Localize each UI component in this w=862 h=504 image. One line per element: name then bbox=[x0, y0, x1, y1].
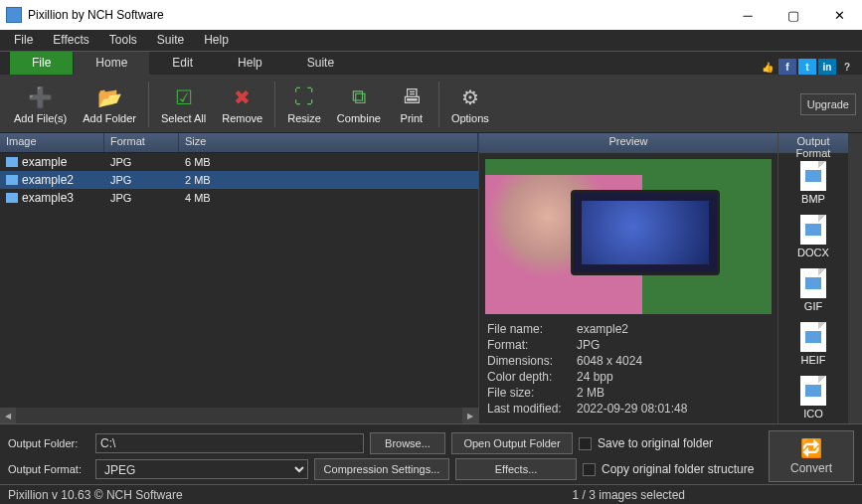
toolbar-print[interactable]: 🖶Print bbox=[389, 83, 434, 126]
col-size[interactable]: Size bbox=[179, 133, 478, 152]
file-list-panel: Image Format Size exampleJPG6 MBexample2… bbox=[0, 133, 478, 423]
upgrade-button[interactable]: Upgrade bbox=[800, 93, 856, 115]
formats-scrollbar[interactable] bbox=[848, 133, 862, 423]
status-bar: Pixillion v 10.63 © NCH Software 1 / 3 i… bbox=[0, 484, 862, 504]
add-file-s--icon: ➕ bbox=[28, 84, 54, 110]
formats-heading: Output Format bbox=[778, 133, 848, 153]
menu-bar: FileEffectsToolsSuiteHelp bbox=[0, 30, 862, 52]
twitter-icon[interactable]: t bbox=[798, 59, 816, 75]
toolbar-resize[interactable]: ⛶Resize bbox=[279, 83, 329, 126]
combine-icon: ⧉ bbox=[346, 84, 372, 110]
format-icon bbox=[800, 161, 826, 191]
menu-help[interactable]: Help bbox=[194, 30, 239, 51]
status-selection: 1 / 3 images selected bbox=[573, 488, 685, 502]
preview-panel: Preview File name:example2Format:JPGDime… bbox=[478, 133, 777, 423]
menu-file[interactable]: File bbox=[4, 30, 43, 51]
toolbar-options[interactable]: ⚙Options bbox=[443, 83, 497, 126]
main-area: Image Format Size exampleJPG6 MBexample2… bbox=[0, 133, 862, 423]
toolbar-add-folder[interactable]: 📂Add Folder bbox=[75, 83, 144, 126]
minimize-button[interactable]: ─ bbox=[725, 0, 771, 30]
format-icon bbox=[800, 215, 826, 245]
open-output-folder-button[interactable]: Open Output Folder bbox=[451, 432, 573, 454]
compression-settings-button[interactable]: Compression Settings... bbox=[314, 458, 449, 480]
copy-structure-checkbox[interactable]: Copy original folder structure bbox=[583, 462, 754, 476]
add-folder-icon: 📂 bbox=[96, 84, 122, 110]
formats-list[interactable]: BMPDOCXGIFHEIFICO bbox=[778, 153, 848, 423]
file-icon bbox=[6, 157, 18, 167]
close-button[interactable]: ✕ bbox=[816, 0, 862, 30]
help-icon[interactable]: ? bbox=[838, 59, 856, 75]
bottom-panel: Output Folder: Browse... Open Output Fol… bbox=[0, 423, 862, 484]
scroll-left-icon[interactable]: ◀ bbox=[0, 408, 16, 423]
preview-image bbox=[485, 159, 772, 314]
format-icon bbox=[800, 322, 826, 352]
preview-heading: Preview bbox=[479, 133, 777, 153]
file-row[interactable]: example2JPG2 MB bbox=[0, 171, 478, 189]
app-title: Pixillion by NCH Software bbox=[28, 8, 725, 22]
app-icon bbox=[6, 7, 22, 23]
file-icon bbox=[6, 175, 18, 185]
col-format[interactable]: Format bbox=[104, 133, 179, 152]
tab-edit[interactable]: Edit bbox=[150, 52, 215, 75]
output-format-select[interactable]: JPEG bbox=[95, 459, 308, 479]
horizontal-scrollbar[interactable]: ◀ ▶ bbox=[0, 408, 478, 423]
toolbar: ➕Add File(s)📂Add Folder☑Select All✖Remov… bbox=[0, 76, 862, 133]
meta-row: Color depth:24 bpp bbox=[487, 370, 770, 386]
facebook-icon[interactable]: f bbox=[778, 59, 796, 75]
status-version: Pixillion v 10.63 © NCH Software bbox=[8, 488, 183, 502]
format-heif[interactable]: HEIF bbox=[778, 318, 848, 372]
toolbar-remove[interactable]: ✖Remove bbox=[214, 83, 270, 126]
format-bmp[interactable]: BMP bbox=[778, 157, 848, 211]
format-gif[interactable]: GIF bbox=[778, 264, 848, 318]
menu-suite[interactable]: Suite bbox=[147, 30, 194, 51]
file-icon bbox=[6, 193, 18, 203]
remove-icon: ✖ bbox=[230, 84, 256, 110]
format-docx[interactable]: DOCX bbox=[778, 211, 848, 264]
save-original-checkbox[interactable]: Save to original folder bbox=[579, 436, 713, 450]
options-icon: ⚙ bbox=[457, 84, 483, 110]
tab-home[interactable]: Home bbox=[74, 52, 149, 75]
toolbar-select-all[interactable]: ☑Select All bbox=[153, 83, 214, 126]
toolbar-add-file-s-[interactable]: ➕Add File(s) bbox=[6, 83, 75, 126]
meta-row: Dimensions:6048 x 4024 bbox=[487, 354, 770, 370]
effects-button[interactable]: Effects... bbox=[455, 458, 577, 480]
scroll-right-icon[interactable]: ▶ bbox=[462, 408, 478, 423]
browse-button[interactable]: Browse... bbox=[370, 432, 445, 454]
print-icon: 🖶 bbox=[399, 84, 425, 110]
format-ico[interactable]: ICO bbox=[778, 372, 848, 423]
resize-icon: ⛶ bbox=[291, 84, 317, 110]
file-list[interactable]: exampleJPG6 MBexample2JPG2 MBexample3JPG… bbox=[0, 153, 478, 408]
convert-icon: 🔁 bbox=[800, 437, 822, 459]
preview-meta: File name:example2Format:JPGDimensions:6… bbox=[479, 320, 777, 423]
tab-file[interactable]: File bbox=[10, 52, 73, 75]
output-format-label: Output Format: bbox=[8, 463, 89, 475]
menu-effects[interactable]: Effects bbox=[43, 30, 98, 51]
tab-suite[interactable]: Suite bbox=[285, 52, 356, 75]
tab-bar: File HomeEditHelpSuite 👍 f t in ? bbox=[0, 52, 862, 76]
col-image[interactable]: Image bbox=[0, 133, 104, 152]
output-format-panel: Output Format BMPDOCXGIFHEIFICO bbox=[777, 133, 862, 423]
output-folder-input[interactable] bbox=[95, 433, 364, 453]
meta-row: Format:JPG bbox=[487, 338, 770, 354]
like-icon[interactable]: 👍 bbox=[759, 59, 776, 75]
list-header: Image Format Size bbox=[0, 133, 478, 153]
format-icon bbox=[800, 376, 826, 406]
file-row[interactable]: example3JPG4 MB bbox=[0, 189, 478, 207]
meta-row: File name:example2 bbox=[487, 322, 770, 338]
convert-label: Convert bbox=[790, 461, 832, 475]
format-icon bbox=[800, 268, 826, 298]
social-bar: 👍 f t in ? bbox=[759, 59, 862, 75]
toolbar-combine[interactable]: ⧉Combine bbox=[329, 83, 389, 126]
menu-tools[interactable]: Tools bbox=[99, 30, 147, 51]
output-folder-label: Output Folder: bbox=[8, 437, 89, 449]
convert-button[interactable]: 🔁 Convert bbox=[769, 430, 854, 482]
tab-help[interactable]: Help bbox=[216, 52, 284, 75]
meta-row: File size:2 MB bbox=[487, 386, 770, 402]
title-bar: Pixillion by NCH Software ─ ▢ ✕ bbox=[0, 0, 862, 30]
meta-row: Last modified:2022-09-29 08:01:48 bbox=[487, 402, 770, 418]
linkedin-icon[interactable]: in bbox=[818, 59, 836, 75]
file-row[interactable]: exampleJPG6 MB bbox=[0, 153, 478, 171]
maximize-button[interactable]: ▢ bbox=[771, 0, 816, 30]
select-all-icon: ☑ bbox=[171, 84, 197, 110]
